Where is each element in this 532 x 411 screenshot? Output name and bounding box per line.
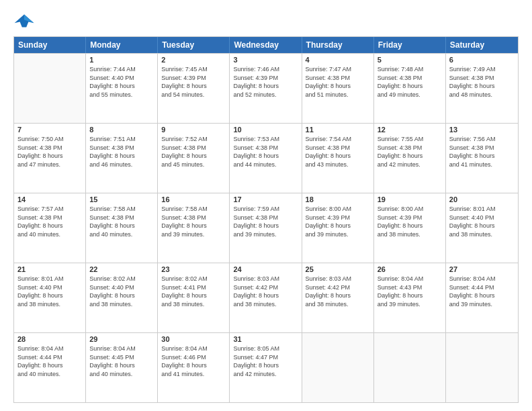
calendar-row-4: 28Sunrise: 8:04 AM Sunset: 4:44 PM Dayli… <box>14 332 518 402</box>
day-info: Sunrise: 8:03 AM Sunset: 4:42 PM Dayligh… <box>306 275 370 308</box>
calendar-cell: 3Sunrise: 7:46 AM Sunset: 4:39 PM Daylig… <box>230 54 302 123</box>
calendar-cell: 27Sunrise: 8:04 AM Sunset: 4:44 PM Dayli… <box>446 263 518 332</box>
calendar-header-friday: Friday <box>374 37 446 53</box>
day-number: 23 <box>161 265 226 273</box>
calendar-cell: 4Sunrise: 7:47 AM Sunset: 4:38 PM Daylig… <box>302 54 374 123</box>
day-info: Sunrise: 8:04 AM Sunset: 4:46 PM Dayligh… <box>161 345 226 378</box>
calendar-cell: 15Sunrise: 7:58 AM Sunset: 4:38 PM Dayli… <box>86 193 158 263</box>
day-number: 4 <box>306 56 370 64</box>
calendar-cell: 24Sunrise: 8:03 AM Sunset: 4:42 PM Dayli… <box>230 263 302 332</box>
day-number: 14 <box>17 195 82 203</box>
calendar-header-thursday: Thursday <box>302 37 374 53</box>
day-info: Sunrise: 8:01 AM Sunset: 4:40 PM Dayligh… <box>17 275 82 308</box>
day-number: 26 <box>378 265 442 273</box>
day-info: Sunrise: 7:57 AM Sunset: 4:38 PM Dayligh… <box>17 205 82 238</box>
day-number: 5 <box>378 56 442 64</box>
day-info: Sunrise: 7:47 AM Sunset: 4:38 PM Dayligh… <box>306 65 370 99</box>
day-info: Sunrise: 8:04 AM Sunset: 4:43 PM Dayligh… <box>378 275 442 308</box>
calendar-cell: 5Sunrise: 7:48 AM Sunset: 4:38 PM Daylig… <box>374 54 446 123</box>
day-number: 22 <box>89 265 154 273</box>
calendar-cell: 9Sunrise: 7:52 AM Sunset: 4:38 PM Daylig… <box>158 124 230 193</box>
day-info: Sunrise: 7:49 AM Sunset: 4:38 PM Dayligh… <box>449 65 515 99</box>
calendar-cell: 19Sunrise: 8:00 AM Sunset: 4:39 PM Dayli… <box>374 193 446 263</box>
day-number: 9 <box>161 126 226 134</box>
calendar-cell: 13Sunrise: 7:56 AM Sunset: 4:38 PM Dayli… <box>446 124 518 193</box>
day-info: Sunrise: 7:45 AM Sunset: 4:39 PM Dayligh… <box>161 65 226 99</box>
day-info: Sunrise: 8:02 AM Sunset: 4:41 PM Dayligh… <box>161 275 226 308</box>
day-number: 12 <box>378 126 442 134</box>
calendar-cell: 25Sunrise: 8:03 AM Sunset: 4:42 PM Dayli… <box>302 263 374 332</box>
day-info: Sunrise: 7:48 AM Sunset: 4:38 PM Dayligh… <box>378 65 442 99</box>
day-info: Sunrise: 8:04 AM Sunset: 4:45 PM Dayligh… <box>89 345 154 378</box>
day-info: Sunrise: 7:58 AM Sunset: 4:38 PM Dayligh… <box>89 205 154 238</box>
logo <box>13 12 38 30</box>
day-info: Sunrise: 8:00 AM Sunset: 4:39 PM Dayligh… <box>378 205 442 238</box>
calendar-cell: 22Sunrise: 8:02 AM Sunset: 4:40 PM Dayli… <box>86 263 158 332</box>
header <box>13 12 519 30</box>
logo-bird-icon <box>13 12 35 30</box>
day-number: 24 <box>233 265 298 273</box>
day-info: Sunrise: 8:01 AM Sunset: 4:40 PM Dayligh… <box>449 205 515 238</box>
calendar-row-0: 1Sunrise: 7:44 AM Sunset: 4:40 PM Daylig… <box>14 53 518 123</box>
calendar-cell <box>14 54 86 123</box>
day-number: 19 <box>378 195 442 203</box>
calendar-header-tuesday: Tuesday <box>158 37 230 53</box>
day-number: 31 <box>233 335 298 343</box>
day-number: 6 <box>449 56 515 64</box>
day-info: Sunrise: 7:50 AM Sunset: 4:38 PM Dayligh… <box>17 135 82 169</box>
calendar-body: 1Sunrise: 7:44 AM Sunset: 4:40 PM Daylig… <box>14 53 518 402</box>
calendar-cell: 16Sunrise: 7:58 AM Sunset: 4:38 PM Dayli… <box>158 193 230 263</box>
day-info: Sunrise: 7:59 AM Sunset: 4:38 PM Dayligh… <box>233 205 298 238</box>
day-info: Sunrise: 8:05 AM Sunset: 4:47 PM Dayligh… <box>233 345 298 378</box>
calendar-cell: 17Sunrise: 7:59 AM Sunset: 4:38 PM Dayli… <box>230 193 302 263</box>
day-number: 1 <box>89 56 154 64</box>
calendar-cell: 29Sunrise: 8:04 AM Sunset: 4:45 PM Dayli… <box>86 333 158 402</box>
calendar-cell: 8Sunrise: 7:51 AM Sunset: 4:38 PM Daylig… <box>86 124 158 193</box>
day-number: 13 <box>449 126 515 134</box>
calendar-cell: 23Sunrise: 8:02 AM Sunset: 4:41 PM Dayli… <box>158 263 230 332</box>
calendar-cell: 28Sunrise: 8:04 AM Sunset: 4:44 PM Dayli… <box>14 333 86 402</box>
calendar-cell: 10Sunrise: 7:53 AM Sunset: 4:38 PM Dayli… <box>230 124 302 193</box>
calendar-row-1: 7Sunrise: 7:50 AM Sunset: 4:38 PM Daylig… <box>14 123 518 193</box>
day-info: Sunrise: 7:44 AM Sunset: 4:40 PM Dayligh… <box>89 65 154 99</box>
day-info: Sunrise: 8:03 AM Sunset: 4:42 PM Dayligh… <box>233 275 298 308</box>
day-number: 15 <box>89 195 154 203</box>
calendar-header-monday: Monday <box>86 37 158 53</box>
calendar-cell: 6Sunrise: 7:49 AM Sunset: 4:38 PM Daylig… <box>446 54 518 123</box>
day-number: 7 <box>17 126 82 134</box>
day-info: Sunrise: 7:52 AM Sunset: 4:38 PM Dayligh… <box>161 135 226 169</box>
day-info: Sunrise: 8:00 AM Sunset: 4:39 PM Dayligh… <box>306 205 370 238</box>
calendar: SundayMondayTuesdayWednesdayThursdayFrid… <box>13 36 519 403</box>
calendar-header: SundayMondayTuesdayWednesdayThursdayFrid… <box>14 37 518 53</box>
day-number: 30 <box>161 335 226 343</box>
calendar-header-sunday: Sunday <box>14 37 86 53</box>
day-number: 11 <box>306 126 370 134</box>
day-number: 17 <box>233 195 298 203</box>
day-info: Sunrise: 7:55 AM Sunset: 4:38 PM Dayligh… <box>378 135 442 169</box>
calendar-header-wednesday: Wednesday <box>230 37 302 53</box>
calendar-row-3: 21Sunrise: 8:01 AM Sunset: 4:40 PM Dayli… <box>14 263 518 332</box>
day-info: Sunrise: 7:51 AM Sunset: 4:38 PM Dayligh… <box>89 135 154 169</box>
calendar-cell <box>446 333 518 402</box>
day-number: 3 <box>233 56 298 64</box>
calendar-header-saturday: Saturday <box>446 37 518 53</box>
calendar-cell: 14Sunrise: 7:57 AM Sunset: 4:38 PM Dayli… <box>14 193 86 263</box>
day-number: 16 <box>161 195 226 203</box>
day-info: Sunrise: 8:02 AM Sunset: 4:40 PM Dayligh… <box>89 275 154 308</box>
day-number: 20 <box>449 195 515 203</box>
day-number: 27 <box>449 265 515 273</box>
day-number: 2 <box>161 56 226 64</box>
calendar-cell: 18Sunrise: 8:00 AM Sunset: 4:39 PM Dayli… <box>302 193 374 263</box>
calendar-cell: 20Sunrise: 8:01 AM Sunset: 4:40 PM Dayli… <box>446 193 518 263</box>
calendar-cell: 1Sunrise: 7:44 AM Sunset: 4:40 PM Daylig… <box>86 54 158 123</box>
calendar-cell: 11Sunrise: 7:54 AM Sunset: 4:38 PM Dayli… <box>302 124 374 193</box>
day-number: 25 <box>306 265 370 273</box>
page: SundayMondayTuesdayWednesdayThursdayFrid… <box>0 0 532 411</box>
day-info: Sunrise: 7:56 AM Sunset: 4:38 PM Dayligh… <box>449 135 515 169</box>
calendar-cell <box>302 333 374 402</box>
day-number: 18 <box>306 195 370 203</box>
calendar-cell: 30Sunrise: 8:04 AM Sunset: 4:46 PM Dayli… <box>158 333 230 402</box>
day-info: Sunrise: 7:53 AM Sunset: 4:38 PM Dayligh… <box>233 135 298 169</box>
day-info: Sunrise: 7:54 AM Sunset: 4:38 PM Dayligh… <box>306 135 370 169</box>
calendar-cell: 21Sunrise: 8:01 AM Sunset: 4:40 PM Dayli… <box>14 263 86 332</box>
